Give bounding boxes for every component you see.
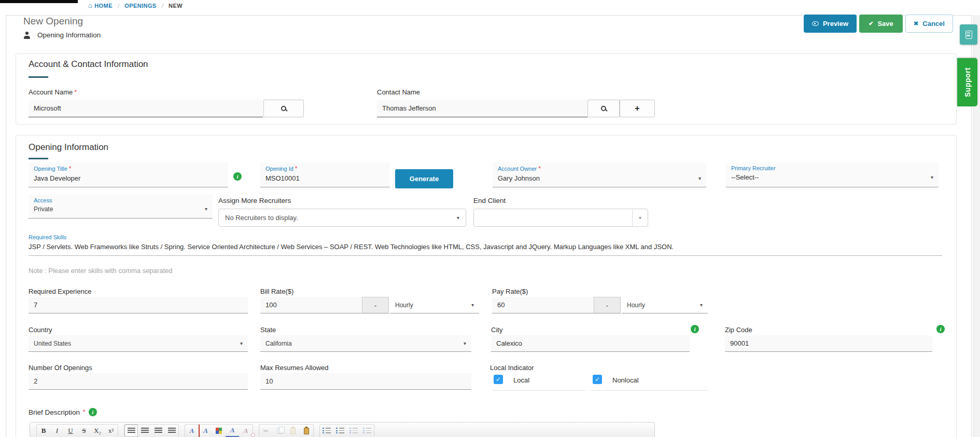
- outdent-button[interactable]: [347, 425, 360, 437]
- generate-button[interactable]: Generate: [395, 169, 453, 188]
- text-style-group: B I U S X₂ x²: [36, 424, 118, 437]
- align-center-button[interactable]: [138, 425, 151, 437]
- contact-search-button[interactable]: [587, 100, 620, 117]
- account-name-input[interactable]: Microsoft: [29, 100, 263, 117]
- align-justify-button[interactable]: [165, 425, 178, 437]
- required-asterisk: *: [83, 408, 86, 416]
- section-header: Opening Information: [23, 31, 101, 39]
- chevron-down-icon: ▾: [464, 341, 466, 346]
- account-owner-select[interactable]: Account Owner* Gary Johnson ▾: [493, 162, 706, 187]
- bill-rate-unit-select[interactable]: Hourly ▾: [390, 297, 479, 313]
- save-button-label: Save: [877, 20, 893, 28]
- eye-icon: [812, 21, 819, 26]
- notes-side-button[interactable]: [960, 24, 977, 45]
- support-tab[interactable]: Support: [957, 58, 977, 106]
- cut-button[interactable]: ✂: [259, 425, 273, 437]
- copy-button[interactable]: [273, 425, 286, 437]
- pay-rate-label: Pay Rate($): [492, 288, 528, 295]
- paste-from-word-button[interactable]: [300, 425, 313, 437]
- align-center-icon: [141, 428, 149, 434]
- assign-more-recruiters-value: No Recruiters to display.: [219, 214, 457, 222]
- preview-button[interactable]: Preview: [804, 15, 857, 33]
- city-input[interactable]: Calexico: [491, 335, 690, 352]
- required-asterisk: *: [69, 165, 72, 172]
- strikethrough-button[interactable]: S: [77, 425, 91, 437]
- pay-rate-unit-select[interactable]: Hourly ▾: [622, 297, 708, 313]
- cancel-button[interactable]: ✖ Cancel: [905, 15, 953, 33]
- opening-id-value: MSO10001: [265, 172, 385, 187]
- home-icon: ⌂: [88, 3, 92, 8]
- required-experience-input[interactable]: 7: [29, 297, 248, 313]
- country-select[interactable]: United States ▾: [29, 335, 248, 352]
- subscript-button[interactable]: X₂: [91, 425, 104, 437]
- opening-id-field[interactable]: Opening Id* MSO10001: [260, 162, 390, 187]
- chevron-down-icon: ▾: [639, 215, 641, 221]
- section-header-label: Opening Information: [37, 31, 101, 39]
- align-right-button[interactable]: [151, 425, 165, 437]
- add-contact-button[interactable]: +: [620, 100, 655, 117]
- brief-description-info-icon[interactable]: i: [89, 408, 97, 416]
- required-skills-value[interactable]: JSP / Servlets. Web Frameworks like Stru…: [29, 243, 942, 251]
- opening-title-field[interactable]: Opening Title* Java Developer: [29, 162, 228, 187]
- state-label: State: [260, 326, 276, 334]
- max-resumes-allowed-label: Max Resumes Allowed: [260, 364, 329, 372]
- account-card-heading: Account & Contact Information: [29, 59, 148, 70]
- city-info-icon[interactable]: i: [691, 325, 699, 333]
- local-checkbox-label[interactable]: Local: [513, 376, 529, 384]
- assign-more-recruiters-dropdown[interactable]: No Recruiters to display. ▾: [218, 209, 466, 227]
- align-left-button[interactable]: [124, 425, 138, 437]
- chevron-down-icon: ▾: [931, 175, 933, 180]
- zip-code-info-icon[interactable]: i: [936, 325, 945, 333]
- max-resumes-allowed-input[interactable]: 10: [260, 373, 471, 390]
- paste-button[interactable]: [286, 425, 300, 437]
- remove-color-button[interactable]: A: [239, 425, 253, 437]
- bill-rate-input[interactable]: 100: [260, 297, 362, 313]
- chevron-down-icon: ▾: [240, 341, 243, 346]
- local-checkbox[interactable]: ✓: [494, 375, 503, 384]
- underline-button[interactable]: U: [64, 425, 77, 437]
- state-select[interactable]: California ▾: [260, 335, 471, 352]
- search-icon: [601, 106, 606, 111]
- access-select[interactable]: Access Private ▾: [29, 195, 213, 218]
- italic-button[interactable]: I: [50, 425, 64, 437]
- contact-name-input[interactable]: Thomas Jefferson: [377, 100, 587, 117]
- close-icon: ✖: [914, 20, 918, 27]
- breadcrumb-openings-link[interactable]: OPENINGS: [124, 3, 156, 9]
- checkmark-icon: ✓: [595, 376, 600, 383]
- text-color-cursor-button[interactable]: A: [199, 425, 212, 437]
- color-palette-button[interactable]: [212, 425, 226, 437]
- account-owner-label: Account Owner*: [498, 165, 701, 172]
- copy-icon: [277, 428, 282, 434]
- breadcrumb-separator: /: [118, 3, 119, 9]
- zip-code-label: Zip Code: [725, 326, 752, 334]
- primary-recruiter-value: --Select--: [731, 173, 759, 181]
- end-client-label: End Client: [473, 197, 506, 204]
- align-justify-icon: [168, 428, 176, 434]
- pay-rate-input[interactable]: 60: [492, 297, 594, 313]
- unordered-list-button[interactable]: [320, 425, 333, 437]
- contact-name-label: Contact Name: [377, 88, 420, 96]
- unordered-list-icon: [323, 428, 331, 434]
- breadcrumb-home-link[interactable]: ⌂ HOME: [88, 3, 113, 9]
- indent-button[interactable]: [360, 425, 374, 437]
- nonlocal-checkbox[interactable]: ✓: [593, 375, 602, 384]
- underline-color-button[interactable]: A: [226, 425, 239, 437]
- account-search-button[interactable]: [263, 100, 304, 117]
- editor-toolbar: B I U S X₂ x² A A A A ✂: [30, 422, 655, 437]
- bold-button[interactable]: B: [37, 425, 50, 437]
- end-client-combobox[interactable]: ▾: [473, 209, 648, 227]
- number-of-openings-input[interactable]: 2: [29, 373, 248, 390]
- breadcrumb-home-label: HOME: [94, 3, 113, 9]
- zip-code-input[interactable]: 90001: [725, 335, 932, 352]
- primary-recruiter-select[interactable]: Primary Recruiter --Select-- ▾: [726, 162, 939, 187]
- opening-title-info-icon[interactable]: i: [233, 172, 242, 181]
- superscript-button[interactable]: x²: [104, 425, 118, 437]
- checkmark-icon: ✓: [496, 376, 501, 383]
- bill-rate-separator: -: [362, 297, 389, 313]
- save-button[interactable]: ✔ Save: [859, 15, 903, 33]
- number-of-openings-label: Number Of Openings: [29, 364, 92, 372]
- end-client-dropdown-button[interactable]: ▾: [632, 209, 648, 226]
- nonlocal-checkbox-label[interactable]: Nonlocal: [612, 376, 639, 384]
- ordered-list-button[interactable]: [333, 425, 347, 437]
- text-color-button[interactable]: A: [185, 425, 199, 437]
